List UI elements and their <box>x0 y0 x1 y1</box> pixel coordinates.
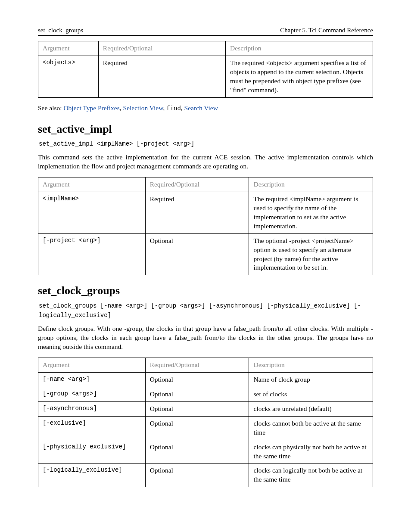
req-cell: Optional <box>145 440 249 464</box>
req-cell: Required <box>145 192 249 234</box>
table-row: <implName> Required The required implNam… <box>38 192 373 234</box>
table-row: [-project <arg>] Optional The optional -… <box>38 233 373 275</box>
arg-cell: [-project <arg>] <box>38 233 146 275</box>
set-active-impl-table: Argument Required/Optional Description <… <box>38 177 373 275</box>
see-also-label: See also: <box>38 104 63 112</box>
col-required: Required/Optional <box>145 358 249 373</box>
col-required: Required/Optional <box>145 177 249 192</box>
link-find: find <box>166 105 181 112</box>
table-header-row: Argument Required/Optional Description <box>38 358 373 373</box>
req-cell: Optional <box>145 387 249 401</box>
req-cell: Optional <box>145 416 249 440</box>
req-cell: Optional <box>145 464 249 487</box>
col-argument: Argument <box>38 177 146 192</box>
page-header: set_clock_groups Chapter 5. Tcl Command … <box>38 26 373 36</box>
arg-cell: <implName> <box>38 192 146 234</box>
link-search-view[interactable]: Search View <box>184 104 218 112</box>
header-left: set_clock_groups <box>38 26 83 34</box>
col-required: Required/Optional <box>98 41 225 56</box>
desc-cell: The required implName argument is used t… <box>249 192 373 234</box>
arg-cell: [-physically_exclusive] <box>38 440 146 464</box>
link-selection-view[interactable]: Selection View <box>123 104 163 112</box>
req-cell: Optional <box>145 401 249 416</box>
arg-cell: [-exclusive] <box>38 416 146 440</box>
table-row: [-group <args>] Optional set of clocks <box>38 387 373 401</box>
header-right: Chapter 5. Tcl Command Reference <box>280 26 373 34</box>
table-header-row: Argument Required/Optional Description <box>38 177 373 192</box>
see-also: See also: Object Type Prefixes, Selectio… <box>38 104 373 113</box>
req-cell: Optional <box>145 372 249 387</box>
desc-cell: clocks can logically not both be active … <box>249 464 373 487</box>
table-row: [-name <arg>] Optional Name of clock gro… <box>38 372 373 387</box>
col-description: Description <box>249 177 373 192</box>
col-description: Description <box>249 358 373 373</box>
desc-cell: clocks cannot both be active at the same… <box>249 416 373 440</box>
arg-cell: [-logically_exclusive] <box>38 464 146 487</box>
desc-cell: The optional -project projectName option… <box>249 233 373 275</box>
usage-set-clock-groups: set_clock_groups [-name <arg>] [-group <… <box>39 301 373 320</box>
table-row: [-asynchronous] Optional clocks are unre… <box>38 401 373 416</box>
table-row: objects Required The required objects ar… <box>38 56 373 98</box>
arg-cell: [-asynchronous] <box>38 401 146 416</box>
link-object-type-prefixes[interactable]: Object Type Prefixes <box>63 104 119 112</box>
desc-cell: set of clocks <box>249 387 373 401</box>
desc-cell: clocks can physically not both be active… <box>249 440 373 464</box>
table-header-row: Argument Required/Optional Description <box>38 41 373 56</box>
desc-cell: The required objects argument specifies … <box>226 56 373 98</box>
table-row: [-logically_exclusive] Optional clocks c… <box>38 464 373 487</box>
heading-set-clock-groups: set_clock_groups <box>38 283 373 298</box>
usage-set-active-impl: set_active_impl <implName> [-project <ar… <box>39 139 373 149</box>
desc-cell: Name of clock group <box>249 372 373 387</box>
heading-set-active-impl: set_active_impl <box>38 121 373 137</box>
col-argument: Argument <box>38 41 99 56</box>
col-argument: Argument <box>38 358 146 373</box>
objects-table: Argument Required/Optional Description o… <box>38 41 373 98</box>
desc-set-active-impl: This command sets the active implementat… <box>38 153 373 171</box>
arg-cell: [-group <args>] <box>38 387 146 401</box>
arg-cell: [-name <arg>] <box>38 372 146 387</box>
desc-set-clock-groups: Define clock groups. With one -group, th… <box>38 324 373 352</box>
set-clock-groups-table: Argument Required/Optional Description [… <box>38 358 373 487</box>
req-cell: Required <box>98 56 225 98</box>
table-row: [-exclusive] Optional clocks cannot both… <box>38 416 373 440</box>
arg-cell: objects <box>38 56 99 98</box>
table-row: [-physically_exclusive] Optional clocks … <box>38 440 373 464</box>
desc-cell: clocks are unrelated (default) <box>249 401 373 416</box>
req-cell: Optional <box>145 233 249 275</box>
col-description: Description <box>226 41 373 56</box>
